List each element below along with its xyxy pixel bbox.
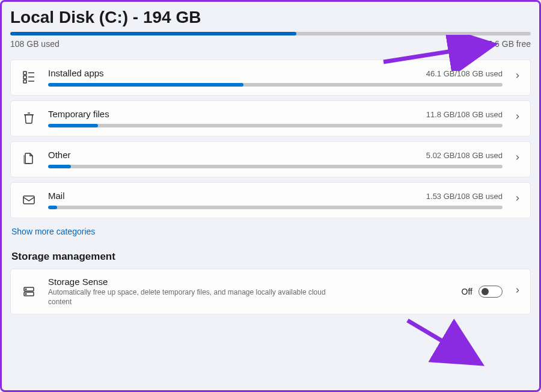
- chevron-right-icon: [513, 112, 522, 123]
- category-meta: 5.02 GB/108 GB used: [426, 151, 503, 160]
- annotation-arrow-icon: [402, 314, 492, 375]
- category-bar: [48, 124, 503, 127]
- category-list: Installed apps 46.1 GB/108 GB used Tempo…: [10, 60, 531, 218]
- category-meta: 1.53 GB/108 GB used: [426, 192, 503, 201]
- chevron-right-icon: [513, 194, 522, 205]
- svg-point-9: [25, 289, 26, 290]
- category-title: Mail: [48, 191, 65, 201]
- category-title: Installed apps: [48, 68, 104, 78]
- storage-sense-title: Storage Sense: [48, 277, 462, 287]
- disk-usage-fill: [10, 32, 296, 35]
- documents-icon: [19, 149, 38, 168]
- show-more-link[interactable]: Show more categories: [10, 218, 96, 242]
- mail-icon: [19, 190, 38, 209]
- category-fill: [48, 124, 98, 127]
- disk-usage-bar: [10, 32, 531, 35]
- svg-rect-1: [23, 76, 26, 79]
- svg-line-12: [408, 320, 474, 360]
- chevron-right-icon: [513, 153, 522, 164]
- disk-free-label: 85.6 GB free: [483, 39, 531, 49]
- category-temporary-files[interactable]: Temporary files 11.8 GB/108 GB used: [10, 100, 531, 136]
- storage-sense-icon: [19, 282, 38, 301]
- svg-rect-2: [23, 80, 26, 83]
- category-meta: 46.1 GB/108 GB used: [426, 69, 503, 78]
- category-fill: [48, 83, 243, 87]
- category-fill: [48, 206, 57, 209]
- storage-sense-row[interactable]: Storage Sense Automatically free up spac…: [10, 269, 531, 314]
- apps-icon: [19, 67, 38, 87]
- category-mail[interactable]: Mail 1.53 GB/108 GB used: [10, 182, 531, 218]
- category-title: Temporary files: [48, 109, 109, 119]
- section-heading: Storage management: [10, 242, 531, 269]
- storage-sense-desc: Automatically free up space, delete temp…: [48, 288, 337, 307]
- category-bar: [48, 165, 503, 168]
- page-title: Local Disk (C:) - 194 GB: [10, 8, 531, 32]
- category-bar: [48, 206, 503, 209]
- category-meta: 11.8 GB/108 GB used: [426, 110, 503, 119]
- category-bar: [48, 83, 503, 87]
- category-installed-apps[interactable]: Installed apps 46.1 GB/108 GB used: [10, 60, 531, 96]
- svg-point-10: [25, 293, 26, 295]
- chevron-right-icon: [513, 72, 522, 82]
- category-fill: [48, 165, 71, 168]
- svg-rect-0: [23, 72, 26, 75]
- trash-icon: [19, 108, 38, 127]
- category-other[interactable]: Other 5.02 GB/108 GB used: [10, 141, 531, 177]
- category-title: Other: [48, 150, 71, 160]
- toggle-knob: [481, 288, 489, 295]
- storage-sense-state-label: Off: [462, 287, 472, 296]
- storage-sense-toggle[interactable]: [478, 286, 503, 298]
- chevron-right-icon: [513, 286, 522, 297]
- disk-used-label: 108 GB used: [10, 39, 60, 49]
- svg-rect-6: [23, 196, 34, 204]
